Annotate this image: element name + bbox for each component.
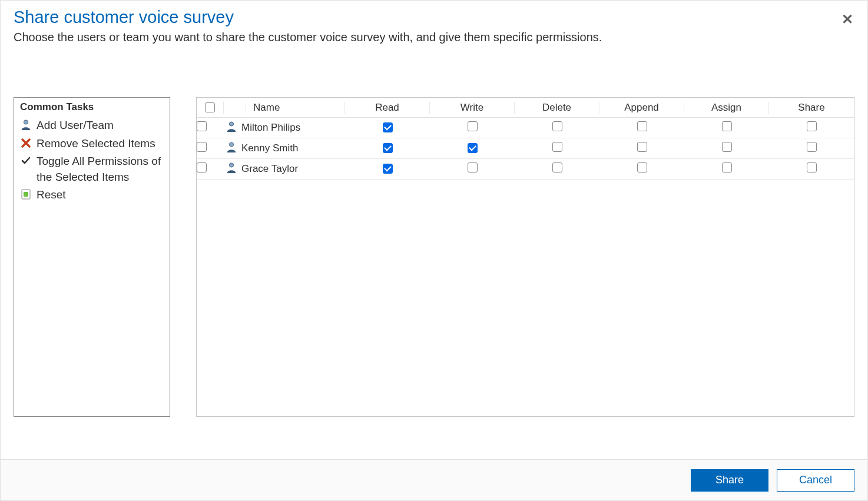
share-checkbox[interactable] <box>807 142 817 152</box>
row-read-cell <box>345 142 430 154</box>
row-share-cell <box>769 162 854 175</box>
row-name-label: Milton Philips <box>241 122 300 134</box>
row-select-checkbox[interactable] <box>197 162 207 172</box>
append-checkbox[interactable] <box>637 162 647 172</box>
select-all-checkbox[interactable] <box>205 102 215 112</box>
task-label: Toggle All Permissions of the Selected I… <box>37 154 165 185</box>
table-row: Milton Philips <box>197 118 854 138</box>
write-checkbox[interactable] <box>468 162 478 172</box>
row-append-cell <box>599 121 684 134</box>
user-icon <box>20 118 32 132</box>
delete-checkbox[interactable] <box>552 162 562 172</box>
user-icon <box>226 141 237 156</box>
row-name-cell: Milton Philips <box>224 121 345 135</box>
delete-checkbox[interactable] <box>552 121 562 131</box>
table-row: Grace Taylor <box>197 159 854 180</box>
svg-rect-2 <box>24 192 28 197</box>
x-red-icon <box>20 136 32 150</box>
check-icon <box>20 154 32 168</box>
share-checkbox[interactable] <box>807 121 817 131</box>
row-name-label: Grace Taylor <box>241 163 298 175</box>
column-header-write[interactable]: Write <box>430 102 515 114</box>
row-read-cell <box>345 122 430 134</box>
read-checkbox[interactable] <box>383 143 393 153</box>
row-delete-cell <box>515 162 599 175</box>
read-checkbox[interactable] <box>383 164 393 174</box>
write-checkbox[interactable] <box>468 121 478 131</box>
svg-point-5 <box>229 162 233 167</box>
row-select-cell <box>197 142 224 155</box>
column-header-share[interactable]: Share <box>769 102 854 114</box>
row-select-cell <box>197 162 224 175</box>
row-select-checkbox[interactable] <box>197 142 207 152</box>
task-remove-selected[interactable]: Remove Selected Items <box>19 135 165 153</box>
row-append-cell <box>599 142 684 155</box>
select-all-cell <box>197 102 224 114</box>
row-assign-cell <box>684 142 769 155</box>
column-header-read[interactable]: Read <box>345 102 430 114</box>
svg-point-3 <box>229 121 233 125</box>
write-checkbox[interactable] <box>468 143 478 153</box>
assign-checkbox[interactable] <box>722 162 732 172</box>
assign-checkbox[interactable] <box>722 121 732 131</box>
dialog-header: Share customer voice survey Choose the u… <box>1 1 867 44</box>
row-name-label: Kenny Smith <box>241 142 298 154</box>
column-header-assign[interactable]: Assign <box>684 102 769 114</box>
row-name-cell: Kenny Smith <box>224 141 345 156</box>
share-button[interactable]: Share <box>691 469 768 492</box>
row-delete-cell <box>515 121 599 134</box>
task-label: Add User/Team <box>37 118 165 134</box>
row-select-checkbox[interactable] <box>197 121 207 131</box>
cancel-button[interactable]: Cancel <box>777 469 854 492</box>
user-icon <box>226 162 237 177</box>
dialog-title: Share customer voice survey <box>14 8 854 27</box>
row-assign-cell <box>684 162 769 175</box>
row-append-cell <box>599 162 684 175</box>
row-write-cell <box>430 162 515 175</box>
table-row: Kenny Smith <box>197 138 854 159</box>
row-write-cell <box>430 121 515 134</box>
append-checkbox[interactable] <box>637 142 647 152</box>
row-share-cell <box>769 121 854 134</box>
task-reset[interactable]: Reset <box>19 186 165 204</box>
column-header-delete[interactable]: Delete <box>515 102 599 114</box>
row-assign-cell <box>684 121 769 134</box>
user-icon <box>226 121 237 135</box>
task-label: Remove Selected Items <box>37 136 165 152</box>
row-name-cell: Grace Taylor <box>224 162 345 177</box>
delete-checkbox[interactable] <box>552 142 562 152</box>
share-checkbox[interactable] <box>807 162 817 172</box>
permissions-grid: Name Read Write Delete Append Assign Sha… <box>196 97 854 417</box>
assign-checkbox[interactable] <box>722 142 732 152</box>
column-header-name[interactable]: Name <box>246 102 345 114</box>
row-select-cell <box>197 121 224 134</box>
dialog-footer: Share Cancel <box>1 459 867 500</box>
row-share-cell <box>769 142 854 155</box>
close-icon: ✕ <box>842 11 853 27</box>
task-add-user-team[interactable]: Add User/Team <box>19 117 165 135</box>
reset-icon <box>20 187 32 201</box>
row-read-cell <box>345 163 430 175</box>
svg-point-0 <box>24 120 28 124</box>
row-write-cell <box>430 142 515 154</box>
icon-column-header <box>224 102 246 114</box>
dialog-subtitle: Choose the users or team you want to sha… <box>14 31 854 44</box>
row-delete-cell <box>515 142 599 155</box>
grid-header-row: Name Read Write Delete Append Assign Sha… <box>197 98 854 118</box>
svg-point-4 <box>229 142 233 146</box>
append-checkbox[interactable] <box>637 121 647 131</box>
column-header-append[interactable]: Append <box>599 102 684 114</box>
common-tasks-panel: Common Tasks Add User/Team Remove Select… <box>14 97 170 417</box>
close-button[interactable]: ✕ <box>842 11 853 28</box>
common-tasks-title: Common Tasks <box>19 101 165 113</box>
task-toggle-permissions[interactable]: Toggle All Permissions of the Selected I… <box>19 152 165 186</box>
read-checkbox[interactable] <box>383 122 393 132</box>
grid-body: Milton PhilipsKenny SmithGrace Taylor <box>197 118 854 180</box>
task-label: Reset <box>37 187 165 203</box>
